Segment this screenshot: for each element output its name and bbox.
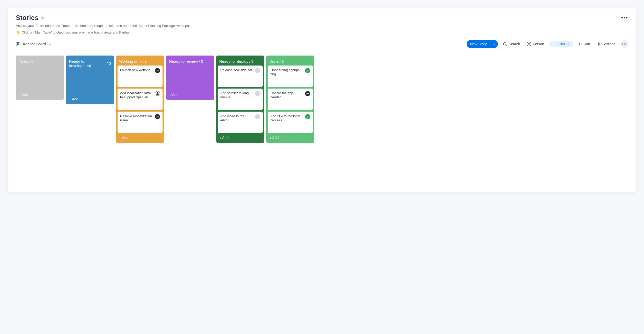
column-count: 3 — [282, 59, 284, 63]
empty-column-spacer — [67, 70, 112, 94]
pointer-down-icon: 👇 — [16, 30, 20, 35]
column-count: 0 — [201, 59, 203, 63]
add-card-button[interactable]: + Add — [17, 90, 62, 98]
more-menu-icon[interactable]: ••• — [621, 15, 628, 21]
new-story-button[interactable]: New Story ⌄ — [467, 40, 498, 48]
svg-rect-0 — [16, 42, 17, 46]
add-card-button[interactable]: + Add — [218, 133, 263, 141]
column-body — [168, 66, 213, 90]
toolbar: Kanban Board ⌄ New Story ⌄ Search — [16, 40, 628, 52]
assignee-avatar[interactable] — [255, 114, 260, 119]
kanban-card[interactable]: Resolve monetization issueOK — [118, 112, 163, 133]
subtitle-line-2-text: Click on 'Main Table' to check out your … — [22, 30, 131, 35]
column-title: To do — [19, 59, 28, 63]
person-label: Person — [533, 42, 544, 46]
column-header[interactable]: Working on it / 3 — [118, 57, 163, 66]
card-title: Add localization infra to support Spanis… — [120, 91, 153, 100]
column-count: 3 — [251, 59, 254, 63]
column-header[interactable]: To do / 0 — [17, 57, 62, 66]
kanban-card[interactable]: Launch new websiteOK — [118, 66, 163, 87]
kanban-card[interactable]: Add video to the editor — [218, 112, 263, 133]
filter-button[interactable]: Filter / 9 — [549, 41, 573, 47]
assignee-avatar[interactable]: OK — [155, 68, 160, 73]
card-title: Add video to the editor — [220, 114, 254, 123]
column-working: Working on it / 3Launch new websiteOKAdd… — [116, 56, 164, 143]
card-title: Add 2FA to the login process — [270, 114, 304, 123]
kanban-card[interactable]: Add scroller to long menus — [218, 89, 263, 110]
kanban-card[interactable]: Update the app headerOK — [268, 89, 313, 110]
svg-point-10 — [598, 43, 600, 45]
card-title: Add scroller to long menus — [220, 91, 254, 100]
search-label: Search — [509, 42, 520, 46]
svg-rect-2 — [19, 42, 20, 44]
column-header[interactable]: Done / 3 — [268, 57, 313, 66]
assignee-avatar[interactable]: Z — [305, 114, 310, 119]
star-icon[interactable]: ★ — [40, 15, 45, 21]
column-count: 3 — [144, 59, 146, 63]
add-card-button[interactable]: + Add — [168, 90, 213, 98]
card-title: Onboarding popups bug — [270, 68, 304, 77]
column-separator: / — [249, 59, 250, 63]
svg-point-3 — [503, 42, 506, 45]
header-row: Stories ★ ••• — [16, 14, 628, 22]
toolbar-right: New Story ⌄ Search Person — [467, 40, 628, 48]
kanban-card[interactable]: Onboarding popups bugZ — [268, 66, 313, 87]
add-card-button[interactable]: + Add — [67, 94, 112, 103]
assignee-avatar[interactable] — [255, 68, 260, 73]
svg-rect-1 — [18, 42, 19, 45]
assignee-avatar[interactable]: OK — [155, 114, 160, 119]
kanban-columns: To do / 0+ AddReady for development / 0+… — [16, 56, 628, 143]
column-body: Release new side barAdd scroller to long… — [218, 66, 263, 133]
column-deploy: Ready for deploy / 3Release new side bar… — [216, 56, 264, 143]
filter-label: Filter / 9 — [557, 42, 570, 46]
column-body — [67, 70, 112, 94]
chevron-down-icon[interactable]: ⌄ — [49, 42, 51, 46]
column-done: Done / 3Onboarding popups bugZUpdate the… — [266, 56, 314, 143]
search-button[interactable]: Search — [501, 41, 521, 47]
column-separator: / — [142, 59, 143, 63]
sort-button[interactable]: Sort — [577, 41, 592, 47]
new-story-label[interactable]: New Story — [467, 40, 490, 48]
assignee-avatar[interactable]: OK — [305, 91, 310, 96]
column-title: Ready for development — [69, 59, 106, 68]
person-icon — [527, 42, 531, 46]
kanban-card[interactable]: Add localization infra to support Spanis… — [118, 89, 163, 110]
assignee-avatar[interactable] — [255, 91, 260, 96]
card-title: Release new side bar — [220, 68, 252, 72]
settings-label: Settings — [602, 42, 615, 46]
filter-icon — [552, 42, 556, 46]
empty-column-spacer — [168, 66, 213, 90]
toolbar-more-icon[interactable]: ••• — [620, 40, 628, 48]
kanban-card[interactable]: Release new side bar — [218, 66, 263, 87]
column-review: Ready for review / 0+ Add — [166, 56, 214, 100]
assignee-avatar[interactable] — [155, 91, 160, 96]
column-header[interactable]: Ready for review / 0 — [168, 57, 213, 66]
sort-label: Sort — [584, 42, 590, 46]
column-body: Launch new websiteOKAdd localization inf… — [118, 66, 163, 133]
person-button[interactable]: Person — [525, 41, 546, 47]
column-count: 0 — [109, 61, 111, 66]
column-separator: / — [29, 59, 30, 63]
add-card-button[interactable]: + Add — [268, 133, 313, 141]
new-story-caret-icon[interactable]: ⌄ — [490, 40, 498, 48]
kanban-card[interactable]: Add 2FA to the login processZ — [268, 112, 313, 133]
settings-button[interactable]: Settings — [595, 41, 617, 47]
assignee-avatar[interactable]: Z — [305, 68, 310, 73]
column-header[interactable]: Ready for deploy / 3 — [218, 57, 263, 66]
column-todo: To do / 0+ Add — [16, 56, 64, 100]
card-title: Resolve monetization issue — [120, 114, 153, 123]
page-title: Stories — [16, 14, 38, 22]
column-title: Working on it — [119, 59, 141, 63]
column-ready-dev: Ready for development / 0+ Add — [66, 56, 114, 104]
board-container: Stories ★ ••• Access your 'Epics' board … — [8, 8, 636, 192]
search-icon — [503, 42, 507, 46]
view-selector-label[interactable]: Kanban Board — [23, 42, 46, 46]
column-header[interactable]: Ready for development / 0 — [67, 57, 112, 70]
add-card-button[interactable]: + Add — [118, 133, 163, 141]
card-title: Launch new website — [120, 68, 150, 72]
column-title: Done — [269, 59, 279, 63]
gear-icon — [597, 42, 601, 46]
svg-point-6 — [528, 43, 530, 44]
toolbar-left[interactable]: Kanban Board ⌄ — [16, 42, 51, 46]
column-separator: / — [107, 61, 108, 66]
